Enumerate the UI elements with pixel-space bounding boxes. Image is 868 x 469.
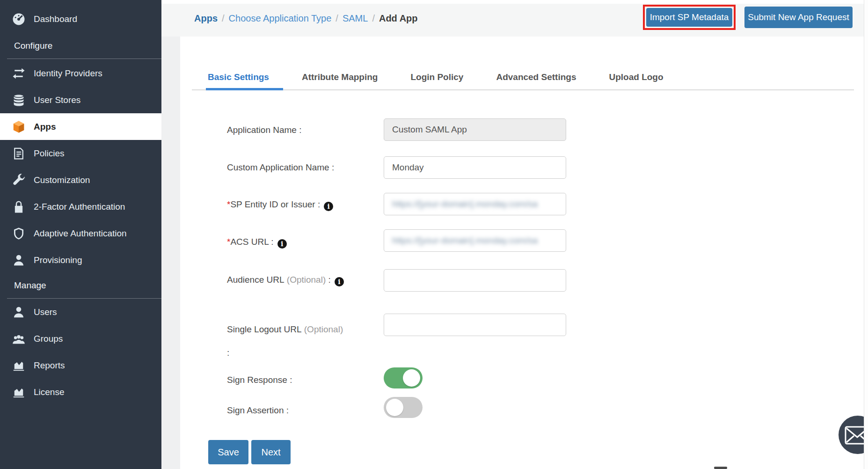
active-tab-underline: [206, 88, 283, 90]
blurred-placeholder: https://[your-domain].monday.com/sa: [392, 235, 538, 245]
next-button[interactable]: Next: [251, 440, 291, 464]
sidebar-item-identity-providers[interactable]: Identity Providers: [0, 60, 161, 87]
sidebar-item-label: Groups: [34, 334, 63, 344]
app-window: Dashboard Configure Identity Providers U…: [0, 0, 868, 469]
single-logout-url-label: Single Logout URL (Optional) :: [227, 318, 372, 365]
custom-application-name-input[interactable]: Monday: [384, 156, 566, 179]
content-gutter: [161, 0, 180, 469]
breadcrumb: Apps/Choose Application Type/SAML/Add Ap…: [194, 13, 418, 24]
tab-basic-settings[interactable]: Basic Settings: [208, 65, 269, 89]
sign-assertion-label: Sign Assertion :: [227, 404, 289, 417]
person-icon: [12, 305, 26, 319]
single-logout-url-input[interactable]: [384, 314, 566, 336]
document-icon: [12, 147, 26, 161]
sidebar-section-configure: Configure: [0, 37, 161, 55]
breadcrumb-separator: /: [336, 13, 338, 23]
sidebar-item-reports[interactable]: Reports: [0, 352, 161, 379]
sidebar-item-adaptive-auth[interactable]: Adaptive Authentication: [0, 220, 161, 247]
submit-new-app-request-button[interactable]: Submit New App Request: [744, 7, 853, 28]
sp-entity-id-input[interactable]: https://[your-domain].monday.com/sa: [384, 193, 566, 215]
custom-application-name-label: Custom Application Name :: [227, 161, 334, 174]
acs-url-input[interactable]: https://[your-domain].monday.com/sa: [384, 229, 566, 252]
breadcrumb-separator: /: [372, 13, 375, 23]
breadcrumb-choose-application-type[interactable]: Choose Application Type: [229, 13, 332, 23]
info-icon[interactable]: i: [335, 277, 344, 286]
tab-login-policy[interactable]: Login Policy: [410, 65, 463, 89]
toggle-knob: [386, 399, 403, 416]
tab-upload-logo[interactable]: Upload Logo: [609, 65, 663, 89]
sp-entity-id-label: *SP Entity ID or Issuer :i: [227, 198, 333, 211]
application-name-input: Custom SAML App: [384, 118, 566, 141]
save-button[interactable]: Save: [208, 440, 248, 464]
content-card: Basic Settings Attribute Mapping Login P…: [180, 37, 868, 469]
sidebar-item-dashboard[interactable]: Dashboard: [0, 6, 161, 32]
optional-tag: (Optional): [304, 324, 343, 334]
sidebar-item-user-stores[interactable]: User Stores: [0, 87, 161, 113]
acs-url-label: *ACS URL :i: [227, 235, 287, 249]
import-sp-metadata-button[interactable]: Import SP Metadata: [646, 8, 732, 27]
sidebar-item-label: Policies: [34, 148, 64, 159]
sign-response-label: Sign Response :: [227, 374, 292, 387]
sidebar-item-label: Dashboard: [34, 14, 77, 24]
sidebar-item-label: Apps: [34, 122, 56, 132]
tab-attribute-mapping[interactable]: Attribute Mapping: [302, 65, 378, 89]
sidebar-item-label: 2-Factor Authentication: [34, 202, 125, 212]
people-group-icon: [12, 332, 26, 346]
sidebar-item-label: Users: [34, 307, 57, 317]
sidebar-section-manage: Manage: [0, 276, 161, 295]
sidebar-item-label: User Stores: [34, 95, 80, 105]
sign-response-toggle[interactable]: [384, 367, 423, 388]
area-chart-icon: [12, 359, 26, 373]
dashboard-gauge-icon: [12, 12, 26, 26]
info-icon[interactable]: i: [324, 202, 333, 211]
sidebar-item-users[interactable]: Users: [0, 299, 161, 325]
database-icon: [12, 93, 26, 107]
tab-bottom-border: [192, 89, 854, 90]
breadcrumb-add-app: Add App: [379, 13, 418, 23]
audience-url-label: Audience URL (Optional) :i: [227, 273, 344, 286]
sidebar-item-label: Identity Providers: [34, 68, 102, 79]
horizontal-scrollbar-thumb[interactable]: [714, 467, 727, 469]
sidebar-item-provisioning[interactable]: Provisioning: [0, 247, 161, 273]
apps-cube-icon: [12, 120, 26, 134]
import-sp-metadata-highlight: Import SP Metadata: [643, 5, 736, 30]
breadcrumb-apps[interactable]: Apps: [194, 13, 218, 23]
top-white-strip: [161, 0, 868, 4]
breadcrumb-separator: /: [222, 13, 225, 23]
sidebar-item-label: Provisioning: [34, 255, 82, 265]
person-icon: [12, 253, 26, 267]
tab-bar: Basic Settings Attribute Mapping Login P…: [208, 65, 664, 89]
sidebar-item-label: Customization: [34, 175, 90, 185]
application-name-label: Application Name :: [227, 124, 301, 137]
toggle-knob: [403, 369, 420, 387]
sidebar-item-2fa[interactable]: 2-Factor Authentication: [0, 193, 161, 220]
sidebar-item-label: Adaptive Authentication: [34, 228, 127, 239]
sidebar-divider: [7, 59, 161, 59]
sidebar-item-policies[interactable]: Policies: [0, 140, 161, 167]
sidebar-item-groups[interactable]: Groups: [0, 325, 161, 352]
tab-advanced-settings[interactable]: Advanced Settings: [496, 65, 576, 89]
info-icon[interactable]: i: [277, 239, 287, 249]
sidebar-item-apps[interactable]: Apps: [0, 113, 161, 140]
blurred-placeholder: https://[your-domain].monday.com/sa: [392, 199, 538, 209]
lock-icon: [12, 200, 26, 214]
shield-icon: [12, 227, 26, 241]
sidebar-item-label: Reports: [34, 360, 65, 371]
sign-assertion-toggle[interactable]: [384, 397, 423, 418]
sidebar-item-customization[interactable]: Customization: [0, 167, 161, 193]
area-chart-icon: [12, 385, 26, 399]
audience-url-input[interactable]: [384, 269, 566, 292]
wrench-icon: [12, 173, 26, 187]
swap-arrows-icon: [12, 66, 26, 81]
sidebar-item-label: License: [34, 387, 65, 397]
vertical-scrollbar-track[interactable]: [864, 0, 868, 469]
sidebar-item-license[interactable]: License: [0, 379, 161, 405]
optional-tag: (Optional): [287, 275, 326, 285]
breadcrumb-saml[interactable]: SAML: [343, 13, 368, 23]
sidebar: Dashboard Configure Identity Providers U…: [0, 0, 161, 469]
